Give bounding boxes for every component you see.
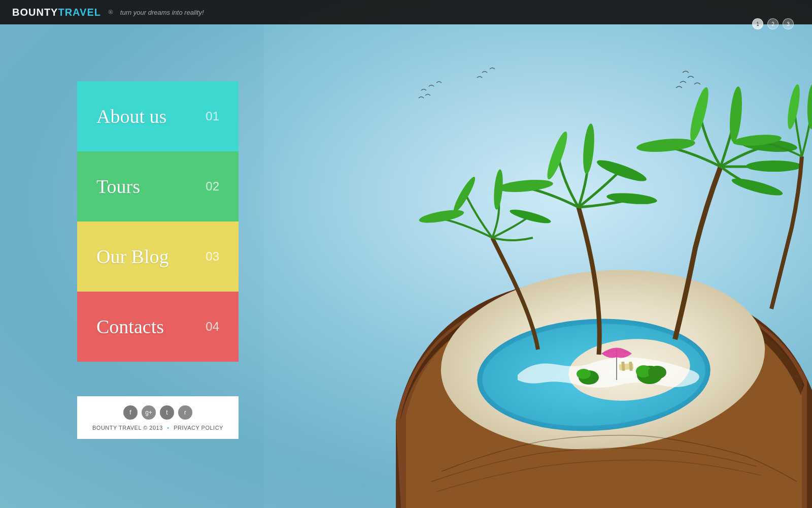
logo-tagline: turn your dreams into reality! [120, 9, 204, 16]
menu-item-blog[interactable]: Our Blog 03 [77, 221, 239, 292]
slide-dot-1[interactable]: 1 [752, 18, 763, 29]
footer-text: BOUNTY TRAVEL © 2013 • PRIVACY POLICY [87, 425, 228, 431]
footer-privacy: PRIVACY POLICY [174, 425, 223, 431]
facebook-icon[interactable]: f [123, 405, 138, 420]
footer-copyright: BOUNTY TRAVEL © 2013 [92, 425, 163, 431]
menu-item-tours-title: Tours [96, 175, 140, 198]
rss-icon[interactable]: r [178, 405, 192, 420]
logo-bounty: BOUNTY [12, 7, 58, 18]
menu-item-contacts-title: Contacts [96, 315, 164, 338]
menu-item-blog-title: Our Blog [96, 245, 169, 268]
slide-dot-2[interactable]: 2 [767, 18, 779, 29]
svg-point-23 [746, 161, 802, 172]
svg-point-32 [577, 369, 591, 379]
menu-item-tours[interactable]: Tours 02 [77, 151, 239, 221]
menu-item-contacts-num: 04 [206, 320, 219, 334]
sidebar-footer: f g+ t r BOUNTY TRAVEL © 2013 • PRIVACY … [77, 396, 239, 439]
menu-item-tours-num: 02 [206, 179, 219, 194]
logo-separator: ® [108, 8, 113, 16]
sidebar-menu: About us 01 Tours 02 Our Blog 03 Contact… [77, 81, 239, 362]
logo-travel: TRAVEL [58, 7, 101, 18]
svg-point-30 [648, 366, 666, 379]
social-icons: f g+ t r [87, 405, 228, 420]
topbar: BOUNTY TRAVEL ® turn your dreams into re… [0, 0, 812, 24]
coconut-scene [264, 24, 812, 508]
slide-dot-3[interactable]: 3 [783, 18, 794, 29]
scene-illustration [264, 24, 812, 508]
twitter-icon[interactable]: t [160, 405, 174, 420]
slide-pagination: 1 2 3 [752, 18, 794, 29]
menu-item-about-num: 01 [206, 109, 219, 123]
menu-item-about[interactable]: About us 01 [77, 81, 239, 151]
menu-item-blog-num: 03 [206, 249, 219, 264]
menu-item-contacts[interactable]: Contacts 04 [77, 292, 239, 362]
google-plus-icon[interactable]: g+ [142, 405, 156, 420]
logo[interactable]: BOUNTY TRAVEL [12, 7, 101, 18]
menu-item-about-title: About us [96, 105, 166, 128]
footer-dot: • [167, 425, 169, 431]
